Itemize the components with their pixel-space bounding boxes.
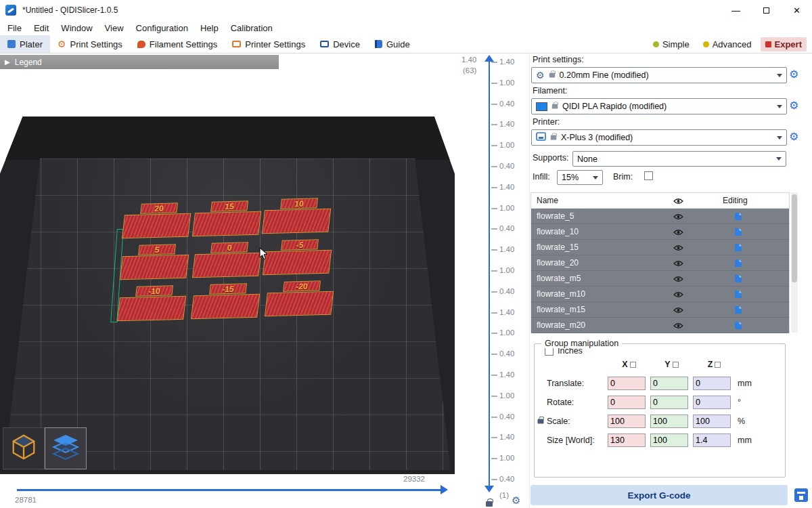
test-object-20[interactable]: -20 bbox=[265, 280, 336, 317]
viewport-3d[interactable]: 20151050-5-10-15-20 bbox=[0, 117, 455, 474]
visibility-eye-icon[interactable] bbox=[673, 275, 683, 284]
legend-bar[interactable]: ▶ Legend bbox=[0, 55, 279, 69]
translate-z-field[interactable] bbox=[693, 377, 731, 390]
infill-combo[interactable]: 15% bbox=[557, 170, 603, 185]
test-object-15[interactable]: 15 bbox=[192, 200, 264, 237]
test-object-5[interactable]: 5 bbox=[120, 244, 191, 280]
object-list-row[interactable]: flowrate_m15 bbox=[531, 302, 789, 318]
layer-slider-bottom-handle[interactable] bbox=[484, 486, 494, 492]
translate-x-field[interactable] bbox=[608, 377, 646, 390]
mode-label: Advanced bbox=[713, 39, 752, 49]
rotate-x-field[interactable] bbox=[608, 396, 646, 409]
scale-x-field[interactable] bbox=[608, 415, 646, 428]
filament-preset-combo[interactable]: QIDI PLA Rapido (modified) bbox=[531, 98, 787, 114]
object-list-row[interactable]: flowrate_m5 bbox=[531, 271, 789, 287]
menu-item-help[interactable]: Help bbox=[194, 23, 225, 33]
object-list-row[interactable]: flowrate_m10 bbox=[531, 287, 789, 302]
menu-item-file[interactable]: File bbox=[1, 23, 28, 33]
close-button[interactable]: ✕ bbox=[782, 0, 812, 20]
edit-object-icon[interactable] bbox=[734, 243, 742, 254]
edit-object-icon[interactable] bbox=[734, 259, 742, 270]
menu-item-view[interactable]: View bbox=[99, 23, 130, 33]
object-value-label: 0 bbox=[210, 242, 248, 253]
edit-object-icon[interactable] bbox=[734, 274, 742, 285]
edit-object-icon[interactable] bbox=[734, 321, 742, 332]
layer-tick: 0.40 bbox=[455, 350, 529, 359]
move-slider[interactable] bbox=[17, 489, 441, 491]
visibility-eye-icon[interactable] bbox=[673, 291, 683, 300]
layer-tick: 0.40 bbox=[455, 412, 529, 422]
edit-object-icon[interactable] bbox=[734, 305, 742, 316]
export-gcode-button[interactable]: Export G-code bbox=[531, 485, 788, 505]
visibility-eye-icon[interactable] bbox=[673, 306, 683, 316]
tab-plater[interactable]: Plater bbox=[0, 35, 50, 53]
uniform-scale-lock-icon[interactable] bbox=[538, 419, 544, 423]
edit-object-icon[interactable] bbox=[734, 212, 742, 223]
preview-view-button[interactable] bbox=[45, 427, 87, 469]
minimize-button[interactable]: — bbox=[721, 0, 751, 20]
rotate-y-field[interactable] bbox=[650, 396, 688, 409]
object-list-row[interactable]: flowrate_15 bbox=[531, 240, 789, 255]
axis-settings-icon[interactable] bbox=[715, 362, 721, 368]
maximize-button[interactable] bbox=[751, 0, 782, 20]
object-list-row[interactable]: flowrate_5 bbox=[531, 209, 789, 224]
layer-slider[interactable]: 1.40 (63) 1.401.000.401.401.000.401.401.… bbox=[455, 54, 529, 508]
test-object-5[interactable]: -5 bbox=[263, 239, 334, 276]
menu-item-configuration[interactable]: Configuration bbox=[130, 23, 194, 33]
size-world-z-field[interactable] bbox=[693, 433, 731, 447]
slider-settings-gear-icon[interactable]: ⚙ bbox=[512, 495, 520, 505]
size-world-x-field[interactable] bbox=[608, 433, 646, 447]
scale-z-field[interactable] bbox=[693, 415, 731, 428]
edit-object-icon[interactable] bbox=[734, 290, 742, 301]
printer-preset-combo[interactable]: X-Plus 3 (modified) bbox=[531, 129, 787, 146]
visibility-eye-icon[interactable] bbox=[673, 322, 683, 331]
menu-item-edit[interactable]: Edit bbox=[28, 23, 55, 33]
visibility-eye-icon[interactable] bbox=[673, 259, 683, 269]
edit-object-icon[interactable] bbox=[734, 228, 742, 238]
editor-view-button[interactable] bbox=[3, 427, 45, 469]
print-preset-combo[interactable]: ⚙ 0.20mm Fine (modified) bbox=[531, 67, 787, 83]
test-object-0[interactable]: 0 bbox=[192, 242, 264, 278]
tab-device[interactable]: Device bbox=[313, 35, 367, 53]
object-list-row[interactable]: flowrate_10 bbox=[531, 224, 789, 240]
tab-guide[interactable]: Guide bbox=[367, 35, 418, 53]
printer-settings-gear-icon[interactable]: ⚙ bbox=[789, 131, 798, 142]
mode-expert[interactable]: Expert bbox=[761, 37, 807, 51]
translate-y-field[interactable] bbox=[650, 377, 688, 390]
print-settings-gear-icon[interactable]: ⚙ bbox=[789, 69, 798, 80]
size-world-y-field[interactable] bbox=[650, 433, 688, 447]
supports-combo[interactable]: None bbox=[572, 151, 786, 167]
scale-y-field[interactable] bbox=[650, 415, 688, 428]
mode-switcher: SimpleAdvancedExpert bbox=[648, 35, 812, 53]
test-object-10[interactable]: -10 bbox=[117, 285, 189, 322]
move-slider-handle[interactable] bbox=[441, 485, 448, 494]
simple-mode-icon bbox=[653, 41, 659, 47]
tab-print-settings[interactable]: ⚙Print Settings bbox=[50, 35, 130, 53]
slider-lock-icon[interactable] bbox=[486, 501, 493, 507]
object-value-label: -20 bbox=[283, 280, 321, 291]
scrollbar-thumb[interactable] bbox=[792, 194, 797, 282]
axis-settings-icon[interactable] bbox=[630, 362, 636, 368]
visibility-eye-icon[interactable] bbox=[673, 244, 683, 253]
brim-checkbox[interactable] bbox=[644, 171, 653, 180]
mode-advanced[interactable]: Advanced bbox=[698, 37, 757, 51]
tab-filament-settings[interactable]: Filament Settings bbox=[130, 35, 225, 53]
tab-printer-settings[interactable]: Printer Settings bbox=[225, 35, 313, 53]
test-object-20[interactable]: 20 bbox=[122, 203, 194, 239]
menu-item-calibration[interactable]: Calibration bbox=[225, 23, 279, 33]
visibility-eye-icon[interactable] bbox=[673, 213, 683, 222]
filament-settings-gear-icon[interactable]: ⚙ bbox=[789, 100, 798, 111]
layer-tick: 1.40 bbox=[455, 120, 529, 129]
object-list-row[interactable]: flowrate_m20 bbox=[531, 318, 789, 333]
visibility-eye-icon[interactable] bbox=[673, 228, 683, 238]
axis-settings-icon[interactable] bbox=[673, 362, 679, 368]
object-list-scrollbar[interactable] bbox=[791, 192, 798, 333]
mode-simple[interactable]: Simple bbox=[648, 37, 694, 51]
test-object-15[interactable]: -15 bbox=[191, 283, 263, 320]
test-object-10[interactable]: 10 bbox=[262, 198, 334, 234]
rotate-z-field[interactable] bbox=[693, 396, 731, 409]
object-list-row[interactable]: flowrate_20 bbox=[531, 255, 789, 271]
unit-label: % bbox=[738, 417, 745, 426]
printer-upload-icon[interactable] bbox=[794, 486, 809, 506]
menu-item-window[interactable]: Window bbox=[55, 23, 98, 33]
